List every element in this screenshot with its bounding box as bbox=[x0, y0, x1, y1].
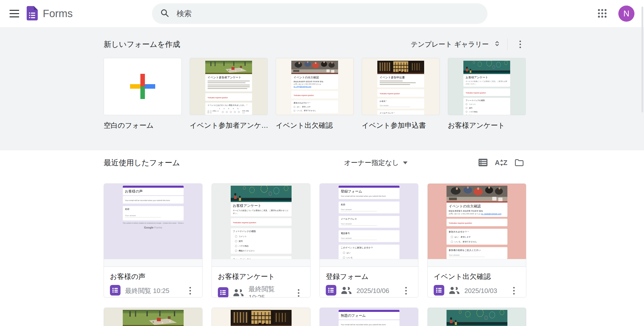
form-theme-bar bbox=[123, 186, 184, 188]
forms-home-link[interactable]: Forms bbox=[27, 6, 73, 21]
template-blank: 空白のフォーム bbox=[104, 58, 182, 130]
last-opened-label: 最終閲覧 10:25 bbox=[249, 285, 289, 298]
form-card-fireworks[interactable] bbox=[427, 308, 526, 326]
modified-date-label: 2025/10/06 bbox=[356, 287, 389, 295]
form-theme-bar bbox=[339, 310, 399, 312]
recent-forms-row-2: 無題のフォーム Your email will be recorded when… bbox=[104, 308, 526, 326]
form-card-registration[interactable]: 登録フォーム Your email will be recorded when … bbox=[319, 183, 418, 298]
template-label: 空白のフォーム bbox=[104, 121, 182, 130]
folder-icon bbox=[514, 158, 524, 167]
sort-button[interactable]: A Z bbox=[494, 156, 508, 170]
recent-forms-section: 最近使用したフォーム オーナー指定なし bbox=[0, 150, 644, 326]
template-gallery-button[interactable]: テンプレート ギャラリー bbox=[411, 40, 501, 49]
sort-az-icon: A Z bbox=[495, 159, 507, 167]
form-card-menu-button[interactable] bbox=[508, 285, 520, 297]
party-photo bbox=[291, 61, 338, 73]
shared-people-icon bbox=[449, 286, 460, 296]
forms-file-icon bbox=[110, 285, 120, 297]
form-card-title: お客様の声 bbox=[110, 267, 196, 281]
template-event-feedback-thumbnail[interactable]: イベント参加者アンケート *Indicates required questio… bbox=[190, 58, 268, 115]
new-form-section: 新しいフォームを作成 テンプレート ギャラリー bbox=[0, 27, 644, 150]
fireworks-photo bbox=[447, 310, 507, 325]
template-section-menu-button[interactable] bbox=[514, 38, 526, 50]
template-customer-survey: お客様アンケート サービスの改善についてお客様のご意見、ご要望をお聞かせください… bbox=[448, 58, 526, 130]
apps-grid-icon bbox=[597, 8, 608, 19]
forms-file-icon bbox=[326, 285, 336, 297]
search-input[interactable] bbox=[177, 9, 488, 18]
list-view-button[interactable] bbox=[476, 156, 490, 170]
picnic-photo bbox=[123, 310, 184, 325]
search-bar[interactable] bbox=[152, 3, 488, 24]
thumbnail-footer-strip bbox=[428, 259, 526, 267]
building-night-photo bbox=[377, 61, 424, 73]
thumbnail-footer-strip bbox=[320, 259, 418, 267]
template-label: イベント参加者アンケ… bbox=[190, 121, 268, 130]
form-card-menu-button[interactable] bbox=[400, 285, 412, 297]
form-card-untitled[interactable]: 無題のフォーム Your email will be recorded when… bbox=[319, 308, 418, 326]
google-plus-icon bbox=[130, 74, 155, 99]
form-card-event-attendance[interactable]: イベントの出欠確認 開催地 郵便番号 都道府県 市区町村 番地 お問い合わせ: … bbox=[427, 183, 526, 298]
template-event-attendance-thumbnail[interactable]: イベントの出欠確認 開催地 郵便番号 都道府県 市区町村 番地 お問い合わせ: … bbox=[276, 58, 354, 115]
header-divider bbox=[507, 39, 508, 50]
shared-people-icon bbox=[233, 288, 244, 298]
template-label: お客様アンケート bbox=[448, 121, 526, 130]
thumbnail-footer-strip bbox=[212, 259, 310, 267]
template-event-attendance: イベントの出欠確認 開催地 郵便番号 都道府県 市区町村 番地 お問い合わせ: … bbox=[276, 58, 354, 130]
form-card-picnic[interactable] bbox=[104, 308, 203, 326]
forms-file-icon bbox=[218, 287, 228, 298]
forms-file-icon bbox=[434, 285, 444, 297]
dropdown-arrow-icon bbox=[403, 161, 408, 164]
template-customer-survey-thumbnail[interactable]: お客様アンケート サービスの改善についてお客様のご意見、ご要望をお聞かせください… bbox=[448, 58, 526, 115]
template-blank-thumbnail[interactable] bbox=[104, 58, 182, 115]
building-night-photo bbox=[231, 310, 292, 325]
google-apps-button[interactable] bbox=[595, 7, 609, 21]
search-icon bbox=[160, 8, 170, 19]
main-menu-button[interactable] bbox=[8, 7, 21, 20]
list-view-icon bbox=[478, 158, 488, 168]
form-card-building[interactable] bbox=[212, 308, 310, 326]
shared-people-icon bbox=[341, 286, 352, 296]
google-forms-wordmark: Google Forms bbox=[123, 226, 184, 229]
form-theme-bar bbox=[339, 186, 399, 188]
app-title: Forms bbox=[43, 8, 73, 20]
form-card-customer-survey[interactable]: お客様アンケート サービスの改善についてお客様のご意見、ご要望をお聞かせください… bbox=[212, 183, 310, 298]
template-gallery-row: 空白のフォーム bbox=[104, 58, 526, 130]
modified-date-label: 2025/10/03 bbox=[464, 287, 497, 295]
recent-forms-row-1: お客様の声 Your email will be recorded when y… bbox=[104, 183, 526, 298]
form-card-title: 登録フォーム bbox=[326, 267, 412, 281]
template-label: イベント参加申込書 bbox=[362, 121, 440, 130]
form-card-menu-button[interactable] bbox=[293, 287, 304, 298]
open-folder-button[interactable] bbox=[512, 156, 526, 170]
last-opened-label: 最終閲覧 10:25 bbox=[125, 286, 169, 295]
new-form-section-title: 新しいフォームを作成 bbox=[104, 39, 180, 50]
party-photo bbox=[447, 186, 507, 201]
forms-logo-icon bbox=[27, 6, 38, 21]
template-event-signup: イベント参加申込書 *Indicates required question お… bbox=[362, 58, 440, 130]
form-card-menu-button[interactable] bbox=[184, 285, 196, 297]
fireworks-photo bbox=[463, 61, 510, 73]
template-label: イベント出欠確認 bbox=[276, 121, 354, 130]
recent-forms-title: 最近使用したフォーム bbox=[104, 158, 180, 168]
template-event-signup-thumbnail[interactable]: イベント参加申込書 *Indicates required question お… bbox=[362, 58, 440, 115]
form-card-title: お客様アンケート bbox=[218, 267, 304, 281]
account-avatar[interactable]: N bbox=[618, 6, 634, 22]
owner-filter-dropdown[interactable]: オーナー指定なし bbox=[344, 158, 408, 167]
unfold-more-icon bbox=[493, 40, 501, 49]
thumbnail-footer-strip bbox=[104, 259, 202, 267]
form-card-voice-of-customer[interactable]: お客様の声 Your email will be recorded when y… bbox=[104, 183, 203, 298]
template-event-feedback: イベント参加者アンケート *Indicates required questio… bbox=[190, 58, 268, 130]
page-scrollbar[interactable] bbox=[641, 7, 643, 112]
picnic-photo bbox=[205, 61, 252, 73]
fireworks-photo bbox=[231, 186, 292, 201]
form-card-title: イベント出欠確認 bbox=[434, 267, 520, 281]
app-header: Forms N bbox=[0, 0, 644, 27]
